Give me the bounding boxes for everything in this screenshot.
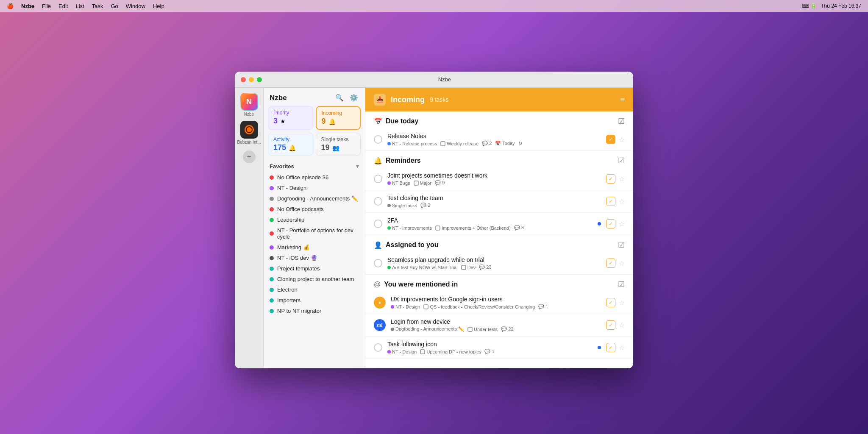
search-button[interactable]: 🔍 [334, 93, 345, 103]
task-done-button[interactable]: ✓ [606, 219, 615, 228]
task-done-button[interactable]: ✓ [606, 298, 615, 307]
task-meta: Single tasks 💬 2 [387, 203, 601, 208]
menubar-help[interactable]: Help [153, 3, 164, 9]
filter-icon[interactable]: ≡ [620, 95, 625, 104]
task-title: UX improvements for Google sign-in users [391, 296, 601, 303]
close-button[interactable] [241, 77, 246, 82]
sidebar-item-favorite[interactable]: Electron [268, 284, 361, 295]
task-item[interactable]: + UX improvements for Google sign-in use… [365, 292, 633, 314]
single-tasks-nav-item[interactable]: Single tasks 19 👥 [316, 133, 361, 156]
task-done-button[interactable]: ✓ [606, 343, 615, 352]
section-check-button[interactable]: ☑ [618, 156, 625, 165]
sidebar-item-favorite[interactable]: Marketing 💰 [268, 242, 361, 253]
task-comments: 💬 8 [514, 225, 524, 231]
fav-dot [270, 245, 274, 250]
task-checkbox[interactable] [374, 220, 382, 228]
menubar-task[interactable]: Task [92, 3, 103, 9]
section-header-mentioned_in: @ You were mentioned in ☑ [365, 275, 633, 292]
sidebar-item-favorite[interactable]: NT - Portfolio of options for dev cycle [268, 225, 361, 242]
fav-label: Cloning project to another team [277, 276, 354, 282]
favorites-toggle[interactable]: ▾ [356, 163, 359, 170]
section-check-button[interactable]: ☑ [618, 117, 625, 126]
menubar-nzbe[interactable]: Nzbe [21, 3, 34, 9]
add-workspace-button[interactable]: + [243, 150, 256, 163]
sidebar-icon-bebzon[interactable]: Bebzon Int... [237, 121, 261, 145]
traffic-lights [241, 77, 262, 82]
task-meta: NT - Improvements Improvements + Other (… [387, 225, 593, 231]
activity-nav-item[interactable]: Activity 175 🔔 [268, 133, 313, 156]
menubar-window[interactable]: Window [126, 3, 145, 9]
task-checkbox[interactable] [374, 343, 382, 352]
task-checkbox[interactable] [374, 175, 382, 183]
task-done-button[interactable]: ✓ [606, 259, 615, 268]
task-star[interactable]: ☆ [619, 220, 625, 228]
task-checkbox[interactable] [374, 135, 382, 144]
menubar-file[interactable]: File [42, 3, 51, 9]
single-tasks-icon: 👥 [332, 145, 339, 151]
task-done-button[interactable]: ✓ [606, 197, 615, 206]
blue-dot [598, 222, 601, 225]
priority-nav-item[interactable]: Priority 3 ★ [268, 106, 313, 130]
fav-dot [270, 309, 274, 313]
tasks-area: 📅 Due today ☑ Release Notes NT - Release… [365, 111, 633, 368]
section-title: You were mentioned in [384, 281, 458, 288]
sidebar-item-favorite[interactable]: No Office episode 36 [268, 172, 361, 183]
task-project: A/B test Buy NOW vs Start Trial [387, 265, 458, 270]
fav-dot [270, 207, 274, 211]
sidebar-item-favorite[interactable]: Cloning project to another team [268, 274, 361, 284]
main-header: 📥 Incoming 9 tasks ≡ [365, 88, 633, 111]
menubar-go[interactable]: Go [111, 3, 118, 9]
task-checkbox[interactable] [374, 259, 382, 267]
task-star[interactable]: ☆ [619, 299, 625, 307]
task-checkbox[interactable] [374, 197, 382, 206]
sidebar-item-favorite[interactable]: Project templates [268, 263, 361, 274]
task-item[interactable]: Task following icon NT - Design Upcoming… [365, 337, 633, 359]
task-item[interactable]: Joint projects sometimes doesn't work NT… [365, 168, 633, 190]
sidebar-item-favorite[interactable]: Leadership [268, 214, 361, 225]
task-star[interactable]: ☆ [619, 259, 625, 267]
task-star[interactable]: ☆ [619, 321, 625, 329]
task-star[interactable]: ☆ [619, 344, 625, 352]
section-check-button[interactable]: ☑ [618, 280, 625, 289]
blue-dot [598, 346, 601, 349]
fav-label: Marketing 💰 [277, 244, 310, 250]
task-done-button[interactable]: ✓ [606, 135, 615, 144]
task-item[interactable]: 2FA NT - Improvements Improvements + Oth… [365, 213, 633, 235]
task-item[interactable]: Seamless plan upgrade while on trial A/B… [365, 252, 633, 275]
section-header-assigned_to_you: 👤 Assigned to you ☑ [365, 235, 633, 252]
section-check-button[interactable]: ☑ [618, 240, 625, 250]
sidebar-item-favorite[interactable]: NP to NT migrator [268, 306, 361, 316]
task-actions: ✓ ☆ [606, 343, 625, 352]
sidebar-item-favorite[interactable]: NT - Design [268, 183, 361, 193]
minimize-button[interactable] [249, 77, 254, 82]
task-item[interactable]: Release Notes NT - Release process Weekl… [365, 128, 633, 151]
menubar-list[interactable]: List [75, 3, 84, 9]
maximize-button[interactable] [257, 77, 262, 82]
task-star[interactable]: ☆ [619, 198, 625, 206]
menubar-edit[interactable]: Edit [58, 3, 68, 9]
task-item[interactable]: mi Login from new device Dogfooding - An… [365, 314, 633, 337]
task-title: Joint projects sometimes doesn't work [387, 172, 601, 179]
sidebar-item-favorite[interactable]: No Office podcasts [268, 204, 361, 214]
incoming-nav-item[interactable]: Incoming 9 🔔 [316, 106, 361, 130]
sidebar-item-favorite[interactable]: Importers [268, 295, 361, 306]
task-star[interactable]: ☆ [619, 175, 625, 183]
sidebar-icon-nzbe[interactable]: N Nzbe [240, 93, 258, 117]
task-info: Login from new device Dogfooding - Annou… [391, 318, 601, 332]
single-tasks-label: Single tasks [321, 136, 356, 142]
task-done-button[interactable]: ✓ [606, 174, 615, 184]
task-tag: QS - feedback - Check/Review/Consider Ch… [423, 304, 535, 309]
fav-label: Dogfooding - Announcements ✏️ [277, 195, 358, 202]
sidebar-item-favorite[interactable]: NT - iOS dev 🔮 [268, 253, 361, 263]
single-tasks-count: 19 [321, 143, 330, 152]
incoming-label: Incoming [322, 110, 355, 116]
main-header-title: Incoming [391, 95, 425, 104]
task-star[interactable]: ☆ [619, 136, 625, 144]
main-content: 📥 Incoming 9 tasks ≡ 📅 Due today ☑ Relea… [365, 88, 633, 368]
sidebar-item-favorite[interactable]: Dogfooding - Announcements ✏️ [268, 193, 361, 204]
task-done-button[interactable]: ✓ [606, 320, 615, 330]
task-item[interactable]: Test closing the team Single tasks 💬 2 ✓… [365, 190, 633, 213]
settings-button[interactable]: ⚙️ [349, 93, 359, 103]
apple-icon[interactable]: 🍎 [7, 3, 14, 9]
svg-rect-4 [414, 181, 418, 185]
